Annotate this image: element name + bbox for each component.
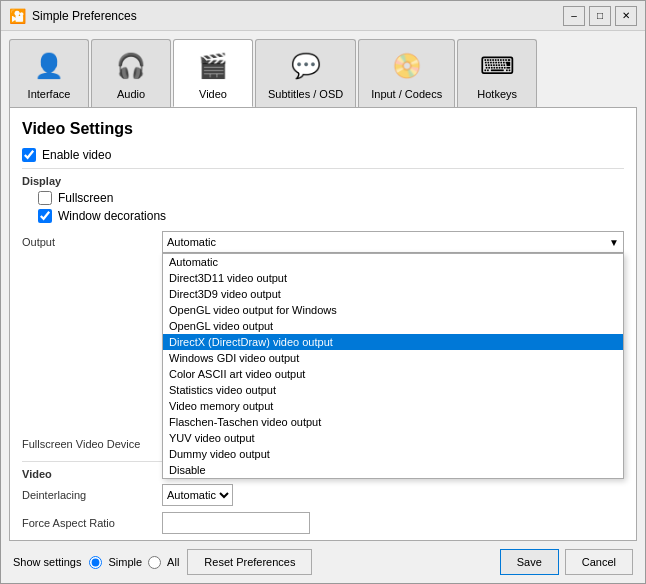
tab-interface[interactable]: 👤 Interface xyxy=(9,39,89,107)
option-directx[interactable]: DirectX (DirectDraw) video output xyxy=(163,334,623,350)
window-decorations-label: Window decorations xyxy=(58,209,166,223)
option-d3d11[interactable]: Direct3D11 video output xyxy=(163,270,623,286)
fullscreen-label: Fullscreen xyxy=(58,191,113,205)
dropdown-arrow-icon: ▼ xyxy=(609,237,619,248)
simple-radio[interactable] xyxy=(89,556,102,569)
display-group-label: Display xyxy=(22,175,624,187)
aspect-ratio-label: Force Aspect Ratio xyxy=(22,517,162,529)
hotkeys-label: Hotkeys xyxy=(477,88,517,100)
video-icon: 🎬 xyxy=(193,46,233,86)
interface-label: Interface xyxy=(28,88,71,100)
titlebar-controls: – □ ✕ xyxy=(563,6,637,26)
output-label: Output xyxy=(22,236,162,248)
tab-audio[interactable]: 🎧 Audio xyxy=(91,39,171,107)
option-ascii[interactable]: Color ASCII art video output xyxy=(163,366,623,382)
radio-group: Simple All xyxy=(89,556,179,569)
output-dropdown-value: Automatic xyxy=(167,236,216,248)
bottom-buttons: Save Cancel xyxy=(500,549,633,575)
option-vmem[interactable]: Video memory output xyxy=(163,398,623,414)
close-button[interactable]: ✕ xyxy=(615,6,637,26)
option-flaschen[interactable]: Flaschen-Taschen video output xyxy=(163,414,623,430)
tab-video[interactable]: 🎬 Video xyxy=(173,39,253,107)
main-window: 🎦 Simple Preferences – □ ✕ 👤 Interface 🎧… xyxy=(0,0,646,584)
content-area: Video Settings Enable video Display Full… xyxy=(9,107,637,541)
fullscreen-device-label: Fullscreen Video Device xyxy=(22,438,162,450)
titlebar: 🎦 Simple Preferences – □ ✕ xyxy=(1,1,645,31)
fullscreen-checkbox[interactable] xyxy=(38,191,52,205)
titlebar-left: 🎦 Simple Preferences xyxy=(9,8,137,24)
audio-icon: 🎧 xyxy=(111,46,151,86)
video-label: Video xyxy=(199,88,227,100)
aspect-ratio-input[interactable] xyxy=(162,512,310,534)
tab-subtitles[interactable]: 💬 Subtitles / OSD xyxy=(255,39,356,107)
output-dropdown-container: Automatic ▼ Automatic Direct3D11 video o… xyxy=(162,231,624,253)
app-icon: 🎦 xyxy=(9,8,26,24)
deinterlacing-label: Deinterlacing xyxy=(22,489,162,501)
aspect-ratio-row: Force Aspect Ratio xyxy=(22,512,624,534)
show-settings-label: Show settings xyxy=(13,556,81,568)
display-section: Fullscreen Window decorations xyxy=(38,191,624,223)
option-opengl-win[interactable]: OpenGL video output for Windows xyxy=(163,302,623,318)
subtitles-icon: 💬 xyxy=(286,46,326,86)
display-group: Display Fullscreen Window decorations xyxy=(22,175,624,223)
save-button[interactable]: Save xyxy=(500,549,559,575)
tab-hotkeys[interactable]: ⌨ Hotkeys xyxy=(457,39,537,107)
input-icon: 📀 xyxy=(387,46,427,86)
hotkeys-icon: ⌨ xyxy=(477,46,517,86)
input-label: Input / Codecs xyxy=(371,88,442,100)
option-automatic[interactable]: Automatic xyxy=(163,254,623,270)
interface-icon: 👤 xyxy=(29,46,69,86)
page-title: Video Settings xyxy=(22,120,624,138)
all-radio[interactable] xyxy=(148,556,161,569)
window-title: Simple Preferences xyxy=(32,9,137,23)
option-yuv[interactable]: YUV video output xyxy=(163,430,623,446)
output-dropdown-list: Automatic Direct3D11 video output Direct… xyxy=(162,253,624,479)
all-radio-label: All xyxy=(167,556,179,568)
option-disable[interactable]: Disable xyxy=(163,462,623,478)
deinterlacing-select[interactable]: Automatic xyxy=(162,484,233,506)
option-opengl[interactable]: OpenGL video output xyxy=(163,318,623,334)
cancel-button[interactable]: Cancel xyxy=(565,549,633,575)
output-dropdown-btn[interactable]: Automatic ▼ xyxy=(162,231,624,253)
option-stats[interactable]: Statistics video output xyxy=(163,382,623,398)
option-d3d9[interactable]: Direct3D9 video output xyxy=(163,286,623,302)
simple-radio-label: Simple xyxy=(108,556,142,568)
option-wgdi[interactable]: Windows GDI video output xyxy=(163,350,623,366)
tab-input[interactable]: 📀 Input / Codecs xyxy=(358,39,455,107)
audio-label: Audio xyxy=(117,88,145,100)
enable-video-checkbox[interactable] xyxy=(22,148,36,162)
option-dummy[interactable]: Dummy video output xyxy=(163,446,623,462)
output-row: Output Automatic ▼ Automatic Direct3D11 … xyxy=(22,231,624,253)
window-decorations-checkbox[interactable] xyxy=(38,209,52,223)
maximize-button[interactable]: □ xyxy=(589,6,611,26)
deinterlacing-row: Deinterlacing Automatic xyxy=(22,484,624,506)
fullscreen-row: Fullscreen xyxy=(38,191,624,205)
minimize-button[interactable]: – xyxy=(563,6,585,26)
tab-bar: 👤 Interface 🎧 Audio 🎬 Video 💬 Subtitles … xyxy=(1,31,645,107)
reset-preferences-button[interactable]: Reset Preferences xyxy=(187,549,312,575)
window-decorations-row: Window decorations xyxy=(38,209,624,223)
show-settings-section: Show settings Simple All Reset Preferenc… xyxy=(13,549,312,575)
subtitles-label: Subtitles / OSD xyxy=(268,88,343,100)
enable-video-row: Enable video xyxy=(22,148,624,162)
enable-video-label: Enable video xyxy=(42,148,111,162)
bottom-bar: Show settings Simple All Reset Preferenc… xyxy=(1,541,645,583)
